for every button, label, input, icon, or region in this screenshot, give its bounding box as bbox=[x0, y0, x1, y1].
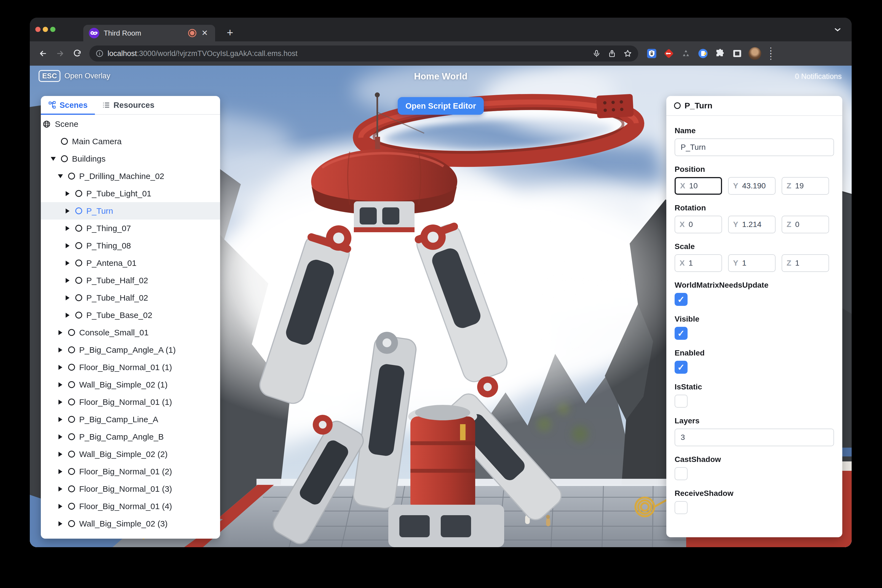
world-viewport[interactable]: ESC Open Overlay Home World 0 Notificati… bbox=[30, 66, 852, 547]
expand-arrow-down-icon[interactable] bbox=[50, 157, 57, 161]
expand-arrow-right-icon[interactable] bbox=[64, 261, 71, 266]
axis-value[interactable] bbox=[742, 259, 771, 267]
expand-arrow-right-icon[interactable] bbox=[64, 226, 71, 231]
expand-arrow-right-icon[interactable] bbox=[57, 365, 64, 370]
info-icon[interactable] bbox=[95, 50, 104, 58]
expand-arrow-right-icon[interactable] bbox=[64, 278, 71, 283]
axis-value[interactable] bbox=[688, 259, 717, 267]
tree-item[interactable]: Floor_Big_Normal_01 (3) bbox=[41, 480, 220, 498]
axis-value[interactable] bbox=[795, 259, 824, 267]
tab-close-icon[interactable]: ✕ bbox=[200, 28, 210, 38]
expand-arrow-down-icon[interactable] bbox=[57, 174, 64, 178]
share-icon[interactable] bbox=[608, 50, 616, 58]
expand-arrow-right-icon[interactable] bbox=[64, 208, 71, 213]
tree-item[interactable]: Wall_Big_Simple_02 (2) bbox=[41, 446, 220, 463]
position-x-input[interactable]: X bbox=[675, 177, 722, 195]
tree-item[interactable]: Floor_Big_Normal_01 (4) bbox=[41, 498, 220, 515]
tree-item[interactable]: P_Antena_01 bbox=[41, 254, 220, 272]
tree-item[interactable]: P_Big_Camp_Line_A bbox=[41, 411, 220, 428]
close-window-button[interactable] bbox=[35, 27, 40, 32]
scale-z-input[interactable]: Z bbox=[782, 254, 829, 272]
isstatic-checkbox[interactable] bbox=[675, 394, 688, 408]
side-panel-icon[interactable] bbox=[731, 48, 743, 59]
rotation-x-input[interactable]: X bbox=[675, 216, 722, 233]
expand-arrow-right-icon[interactable] bbox=[64, 243, 71, 248]
tree-item[interactable]: Wall_Big_Simple_02 (3) bbox=[41, 515, 220, 532]
tree-item[interactable]: P_Tube_Light_01 bbox=[41, 185, 220, 202]
expand-arrow-right-icon[interactable] bbox=[57, 521, 64, 526]
scale-y-input[interactable]: Y bbox=[728, 254, 776, 272]
tab-scenes[interactable]: Scenes bbox=[41, 96, 95, 114]
expand-arrow-right-icon[interactable] bbox=[57, 417, 64, 422]
axis-value[interactable] bbox=[742, 182, 771, 190]
scale-x-input[interactable]: X bbox=[675, 254, 722, 272]
notes-extension-icon[interactable] bbox=[697, 48, 709, 59]
expand-arrow-right-icon[interactable] bbox=[57, 382, 64, 387]
recycle-extension-icon[interactable] bbox=[680, 48, 692, 59]
tree-item[interactable]: Floor_Big_Normal_01 (2) bbox=[41, 463, 220, 480]
tree-item[interactable]: P_Tube_Half_02 bbox=[41, 272, 220, 289]
axis-value[interactable] bbox=[742, 220, 771, 229]
axis-value[interactable] bbox=[795, 220, 824, 229]
expand-arrow-right-icon[interactable] bbox=[57, 330, 64, 335]
name-input[interactable] bbox=[675, 138, 834, 156]
privacy-shield-extension-icon[interactable] bbox=[646, 48, 657, 59]
back-icon[interactable] bbox=[36, 46, 50, 61]
rotation-y-input[interactable]: Y bbox=[728, 216, 776, 233]
bookmark-star-icon[interactable] bbox=[623, 49, 632, 58]
expand-arrow-right-icon[interactable] bbox=[57, 452, 64, 457]
minimize-window-button[interactable] bbox=[43, 27, 48, 32]
tree-item[interactable]: P_Tube_Base_02 bbox=[41, 306, 220, 324]
tree-item[interactable]: Floor_Big_Normal_01 (1) bbox=[41, 393, 220, 411]
profile-avatar[interactable] bbox=[748, 47, 761, 60]
enabled-checkbox[interactable] bbox=[675, 361, 688, 374]
position-z-input[interactable]: Z bbox=[782, 177, 829, 195]
tab-resources[interactable]: Resources bbox=[95, 96, 162, 114]
tree-item[interactable]: P_Thing_08 bbox=[41, 237, 220, 254]
tree-item[interactable]: P_Turn bbox=[41, 202, 220, 219]
new-tab-button[interactable]: + bbox=[223, 26, 237, 40]
expand-arrow-right-icon[interactable] bbox=[64, 191, 71, 196]
castshadow-checkbox[interactable] bbox=[675, 467, 688, 480]
expand-arrow-right-icon[interactable] bbox=[57, 469, 64, 474]
axis-value[interactable] bbox=[795, 182, 824, 190]
tree-item[interactable]: P_Tube_Half_02 bbox=[41, 289, 220, 306]
tree-item[interactable]: Wall_Big_Simple_02 (1) bbox=[41, 376, 220, 393]
notifications-label[interactable]: 0 Notifications bbox=[795, 72, 842, 81]
expand-arrow-right-icon[interactable] bbox=[57, 504, 64, 509]
axis-value[interactable] bbox=[688, 220, 717, 229]
worldmatrixneedsupdate-checkbox[interactable] bbox=[675, 293, 688, 306]
expand-arrow-right-icon[interactable] bbox=[57, 486, 64, 492]
layers-input[interactable] bbox=[675, 429, 834, 446]
tree-item[interactable]: P_Big_Camp_Angle_B bbox=[41, 428, 220, 446]
tree-item[interactable]: Console_Small_01 bbox=[41, 324, 220, 341]
tree-item[interactable]: Floor_Big_Normal_01 (1) bbox=[41, 358, 220, 376]
address-bar[interactable]: localhost:3000/world/!vjrzmTVOcyIsLgaAkA… bbox=[89, 45, 638, 62]
browser-tab[interactable]: Third Room ✕ bbox=[83, 25, 215, 41]
red-diamond-extension-icon[interactable] bbox=[663, 48, 675, 59]
extensions-puzzle-icon[interactable] bbox=[714, 48, 726, 59]
microphone-icon[interactable] bbox=[592, 50, 601, 58]
position-y-input[interactable]: Y bbox=[728, 177, 776, 195]
visible-checkbox[interactable] bbox=[675, 327, 688, 340]
expand-arrow-right-icon[interactable] bbox=[57, 348, 64, 352]
tree-item[interactable]: P_Thing_07 bbox=[41, 219, 220, 237]
tree-item[interactable]: Buildings bbox=[41, 150, 220, 167]
tree-item[interactable]: P_Drilling_Machine_02 bbox=[41, 167, 220, 185]
zoom-window-button[interactable] bbox=[50, 27, 56, 32]
open-script-editor-button[interactable]: Open Script Editor bbox=[398, 97, 484, 115]
reload-icon[interactable] bbox=[70, 46, 84, 61]
tree-item[interactable]: Main Camera bbox=[41, 133, 220, 150]
browser-menu-icon[interactable]: ⋮⋮⋮ bbox=[767, 50, 775, 58]
expand-arrow-right-icon[interactable] bbox=[64, 296, 71, 300]
expand-arrow-right-icon[interactable] bbox=[57, 400, 64, 405]
forward-icon[interactable] bbox=[53, 46, 67, 61]
chevron-down-icon[interactable] bbox=[833, 25, 842, 34]
url-text[interactable]: localhost:3000/world/!vjrzmTVOcyIsLgaAkA… bbox=[108, 50, 588, 58]
expand-arrow-right-icon[interactable] bbox=[64, 313, 71, 318]
receiveshadow-checkbox[interactable] bbox=[675, 501, 688, 514]
tree-item[interactable]: P_Big_Camp_Angle_A (1) bbox=[41, 341, 220, 358]
axis-value[interactable] bbox=[689, 182, 717, 190]
tree-item[interactable]: Scene bbox=[41, 115, 220, 133]
rotation-z-input[interactable]: Z bbox=[782, 216, 829, 233]
